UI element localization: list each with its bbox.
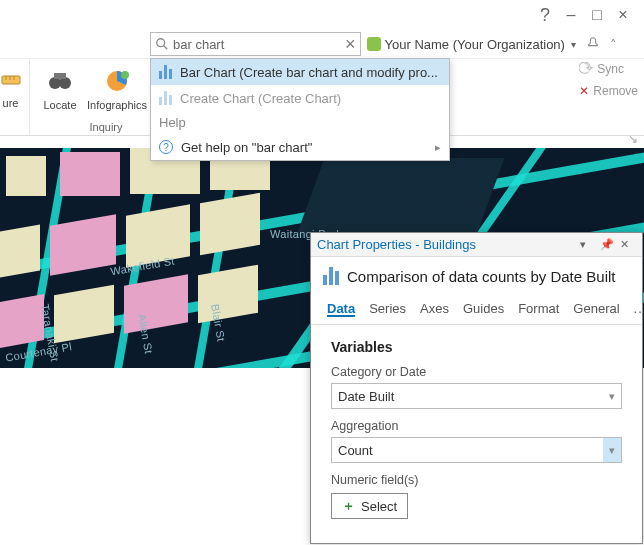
tab-series[interactable]: Series <box>369 301 406 316</box>
label-aggregation: Aggregation <box>331 419 622 433</box>
select-aggregation[interactable]: Count ▾ <box>331 437 622 463</box>
close-button[interactable]: × <box>610 2 636 28</box>
svg-line-1 <box>164 46 168 50</box>
suggestion-help[interactable]: ? Get help on "bar chart" ▸ <box>151 134 449 160</box>
window-titlebar: ? – □ × <box>0 0 644 30</box>
panel-menu-icon[interactable]: ▾ <box>580 238 596 251</box>
suggestion-help-label: Get help on "bar chart" <box>181 140 312 155</box>
select-fields-button[interactable]: ＋ Select <box>331 493 408 519</box>
bar-chart-icon <box>159 65 172 79</box>
suggestion-create-chart[interactable]: Create Chart (Create Chart) <box>151 85 449 111</box>
tab-data[interactable]: Data <box>327 301 355 316</box>
panel-title-text: Chart Properties - Buildings <box>317 237 476 252</box>
command-search-input[interactable] <box>169 37 345 52</box>
infographics-button[interactable]: Infographics <box>84 65 150 111</box>
remove-icon: ✕ <box>579 84 589 98</box>
collapse-ribbon-icon[interactable]: ˄ <box>610 37 617 52</box>
user-menu[interactable]: Your Name (Your Organization) ▾ <box>367 37 576 52</box>
panel-subtitle-row: Comparison of data counts by Date Built <box>311 257 642 293</box>
svg-point-0 <box>157 39 165 47</box>
measure-button[interactable]: ure <box>0 63 26 109</box>
suggestion-create-chart-label: Create Chart (Create Chart) <box>180 91 341 106</box>
suggestions-help-header: Help <box>151 111 449 134</box>
section-variables: Variables <box>331 339 622 355</box>
command-search[interactable]: × <box>150 32 361 56</box>
select-category-value: Date Built <box>338 389 394 404</box>
sync-button[interactable]: Sync <box>579 58 638 80</box>
suggestion-bar-chart[interactable]: Bar Chart (Create bar chart and modify p… <box>151 59 449 85</box>
svg-point-10 <box>121 71 129 79</box>
panel-subtitle: Comparison of data counts by Date Built <box>347 268 615 285</box>
chevron-right-icon: ▸ <box>435 141 441 154</box>
panel-close-icon[interactable]: ✕ <box>620 238 636 251</box>
tab-axes[interactable]: Axes <box>420 301 449 316</box>
pie-chart-icon <box>101 65 133 97</box>
chart-properties-panel: Chart Properties - Buildings ▾ 📌 ✕ Compa… <box>310 232 643 544</box>
sync-icon <box>579 62 593 76</box>
search-suggestions: Bar Chart (Create bar chart and modify p… <box>150 58 450 161</box>
infographics-label: Infographics <box>87 99 147 111</box>
user-name-label: Your Name (Your Organization) <box>385 37 565 52</box>
clear-search-icon[interactable]: × <box>345 35 356 53</box>
svg-rect-2 <box>2 76 20 84</box>
bar-chart-icon <box>159 91 172 105</box>
top-row: × Your Name (Your Organization) ▾ ˄ <box>0 30 644 58</box>
tab-general[interactable]: General <box>573 301 619 316</box>
ribbon-group-measure: ure <box>0 59 30 135</box>
label-category: Category or Date <box>331 365 622 379</box>
binoculars-icon <box>44 65 76 97</box>
search-icon <box>155 37 169 51</box>
locate-label: Locate <box>43 99 76 111</box>
locate-button[interactable]: Locate <box>38 65 82 111</box>
minimize-button[interactable]: – <box>558 2 584 28</box>
select-category[interactable]: Date Built ▾ <box>331 383 622 409</box>
select-fields-label: Select <box>361 499 397 514</box>
help-button[interactable]: ? <box>532 2 558 28</box>
panel-titlebar: Chart Properties - Buildings ▾ 📌 ✕ <box>311 233 642 257</box>
notifications-icon[interactable] <box>586 36 600 53</box>
select-aggregation-value: Count <box>338 443 373 458</box>
svg-rect-8 <box>54 73 66 79</box>
ribbon-right-group: Sync ✕ Remove <box>579 58 638 102</box>
label-numeric-fields: Numeric field(s) <box>331 473 622 487</box>
chevron-down-icon: ▾ <box>603 438 621 462</box>
sync-label: Sync <box>597 62 624 76</box>
ruler-icon <box>0 63 27 95</box>
panel-tabs: Data Series Axes Guides Format General .… <box>311 293 642 325</box>
suggestion-bar-chart-label: Bar Chart (Create bar chart and modify p… <box>180 65 438 80</box>
maximize-button[interactable]: □ <box>584 2 610 28</box>
chevron-down-icon: ▾ <box>571 39 576 50</box>
user-avatar-icon <box>367 37 381 51</box>
tabs-more-icon[interactable]: ... <box>634 301 644 316</box>
panel-body: Variables Category or Date Date Built ▾ … <box>311 325 642 533</box>
tab-format[interactable]: Format <box>518 301 559 316</box>
help-circle-icon: ? <box>159 140 173 154</box>
plus-icon: ＋ <box>342 497 355 515</box>
measure-label: ure <box>3 97 19 109</box>
bar-chart-icon <box>323 267 339 285</box>
remove-button[interactable]: ✕ Remove <box>579 80 638 102</box>
remove-label: Remove <box>593 84 638 98</box>
panel-pin-icon[interactable]: 📌 <box>600 238 616 251</box>
tab-guides[interactable]: Guides <box>463 301 504 316</box>
ribbon-launcher-icon[interactable]: ↘ <box>628 132 638 146</box>
chevron-down-icon: ▾ <box>609 390 615 403</box>
